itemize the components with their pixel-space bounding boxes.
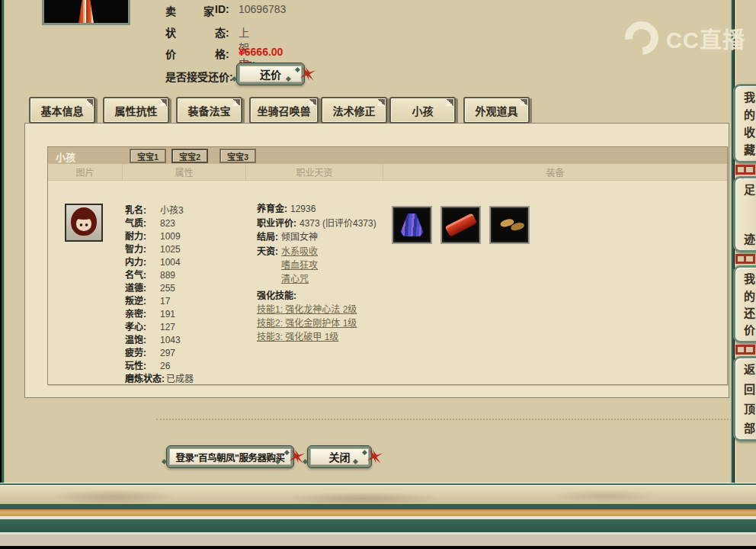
main-tab-label: 属性抗性: [115, 103, 158, 118]
page-left-border: [0, 0, 5, 488]
red-bow-icon: [289, 449, 305, 464]
child-panel-header: 小孩 宝宝1 宝宝2 宝宝3: [48, 147, 727, 164]
sidebar-button[interactable]: 我的还价: [733, 265, 756, 343]
dog-ear-icon: [378, 99, 385, 106]
main-tab[interactable]: 属性抗性: [103, 97, 169, 124]
sidebar-button[interactable]: 返回顶部: [733, 356, 756, 441]
skill-links: 技能1: 强化龙神心法 2级 技能2: 强化金刚护体 1级 技能3: 强化破甲 …: [257, 303, 376, 344]
red-bow-icon: [367, 449, 383, 464]
bargain-button[interactable]: 还价: [236, 63, 305, 85]
seller-info-row: 状 态: 上架中: [165, 24, 214, 46]
dog-ear-icon: [309, 99, 316, 106]
talent-link[interactable]: 水系吸收: [281, 245, 318, 258]
close-button[interactable]: 关闭: [307, 445, 372, 468]
talent-link[interactable]: 嗜血狂攻: [281, 258, 318, 272]
attribute-row: 磨炼状态: 已成器: [125, 373, 194, 386]
cc-live-watermark: CC直播: [625, 21, 745, 55]
seller-info-label-suffix: ID:: [215, 3, 229, 15]
seller-info-row: 价 格: ¥6666.00 (元): [165, 46, 214, 67]
equipment-row: [392, 206, 530, 244]
dog-ear-icon: [160, 99, 167, 106]
main-tab[interactable]: 坐骑召唤兽: [249, 97, 319, 124]
cc-live-logo-icon: [618, 14, 665, 62]
talent-row: 天资: 水系吸收 嗜血狂攻 清心咒: [257, 245, 376, 286]
equipment-slot[interactable]: [392, 206, 432, 244]
seller-info-value: 10696783: [239, 3, 286, 15]
career-row: 结局: 倾国女神: [257, 230, 376, 245]
main-tab[interactable]: 基本信息: [29, 97, 95, 124]
column-header: 职业天资: [246, 164, 383, 180]
bargain-question-label: 是否接受还价:: [165, 69, 233, 84]
equipment-slot[interactable]: [489, 206, 530, 244]
attribute-label: 温饱:: [125, 334, 159, 347]
talent-link[interactable]: 清心咒: [281, 272, 318, 286]
dog-ear-icon: [447, 99, 453, 106]
column-header: 装备: [383, 164, 727, 180]
column-header-label: 图片: [75, 165, 94, 178]
attribute-label: 磨炼状态:: [125, 373, 165, 386]
sidebar-button-label: 返回顶部: [741, 364, 756, 434]
main-tabs: 基本信息 属性抗性 装备法宝 坐骑召唤兽 法术修正 小孩 外观道具: [0, 97, 732, 125]
baby-tab[interactable]: 宝宝1: [130, 149, 166, 163]
attribute-label: 道德:: [125, 282, 159, 295]
skill-link[interactable]: 技能3: 强化破甲 1级: [257, 330, 376, 344]
footer-decoration: [0, 483, 756, 549]
attribute-value: 1004: [160, 256, 181, 269]
attribute-label: 内力:: [125, 256, 159, 269]
main-tab[interactable]: 外观道具: [463, 97, 530, 124]
red-link-icon: [735, 254, 755, 264]
attribute-value: 191: [160, 308, 175, 321]
attribute-value: 823: [160, 217, 175, 230]
seller-info-label: 状: [165, 24, 214, 40]
attribute-label: 乳名:: [125, 204, 159, 217]
main-tab-label: 装备法宝: [188, 103, 231, 118]
main-tab[interactable]: 法术修正: [321, 97, 387, 124]
orange-clothing-image: [73, 0, 99, 24]
attribute-row: 智力: 1025: [125, 243, 194, 256]
attribute-row: 乳名: 小孩3: [125, 204, 194, 217]
footer-black-band: [0, 546, 756, 549]
child-panel: 小孩 宝宝1 宝宝2 宝宝3: [47, 146, 728, 385]
career-row: 养育金: 12936: [257, 202, 376, 217]
skill-link[interactable]: 技能2: 强化金刚护体 1级: [257, 316, 376, 330]
login-buy-button[interactable]: 登录"百鸟朝凤"服务器购买: [166, 445, 294, 468]
attribute-label: 叛逆:: [125, 295, 159, 308]
career-value: 倾国女神: [281, 230, 318, 245]
baby-tab-label: 宝宝3: [227, 150, 248, 162]
attribute-label: 疲劳:: [125, 347, 159, 360]
main-tab[interactable]: 装备法宝: [176, 97, 242, 124]
main-tab-label: 小孩: [412, 103, 434, 118]
baby-tab[interactable]: 宝宝2: [171, 149, 208, 163]
attribute-value: 1025: [160, 243, 181, 256]
footer-gold-band: [0, 509, 756, 517]
item-image: [42, 0, 130, 25]
footer-gray-band: [0, 535, 756, 546]
attribute-value: 1043: [160, 334, 181, 347]
column-header-label: 装备: [546, 165, 564, 178]
main-tab[interactable]: 小孩: [389, 97, 456, 124]
footer-green-band-1: [0, 504, 756, 509]
equipment-slot[interactable]: [440, 206, 481, 244]
attribute-value: 小孩3: [160, 204, 184, 217]
attribute-value: 127: [160, 321, 175, 334]
attribute-value: 255: [160, 282, 175, 295]
dog-ear-icon: [521, 99, 527, 106]
attribute-value: 1009: [160, 230, 181, 243]
attribute-row: 名气: 889: [125, 269, 194, 282]
career-row: 职业评价: 4373 (旧评价4373): [257, 217, 376, 231]
equipment-item-icon: [444, 213, 476, 237]
seller-info-label: 价: [165, 46, 214, 61]
sidebar-button[interactable]: 我的收藏: [733, 84, 756, 163]
skill-link[interactable]: 技能1: 强化龙神心法 2级: [257, 303, 376, 316]
main-tab-label: 法术修正: [333, 103, 376, 118]
attribute-label: 孝心:: [125, 321, 159, 334]
attribute-label: 亲密:: [125, 308, 159, 321]
main-tab-label: 外观道具: [476, 103, 518, 118]
baby-tab[interactable]: 宝宝3: [219, 149, 256, 163]
child-panel-title: 小孩: [56, 149, 75, 164]
tab-content-panel: 小孩 宝宝1 宝宝2 宝宝3: [24, 123, 729, 398]
career-column: 养育金: 12936 职业评价: 4373 (旧评价4373) 结局: 倾国女神: [257, 202, 376, 344]
sidebar-button[interactable]: 足迹: [733, 176, 756, 252]
red-link-icon: [735, 345, 755, 355]
skills-header: 强化技能:: [257, 289, 376, 303]
